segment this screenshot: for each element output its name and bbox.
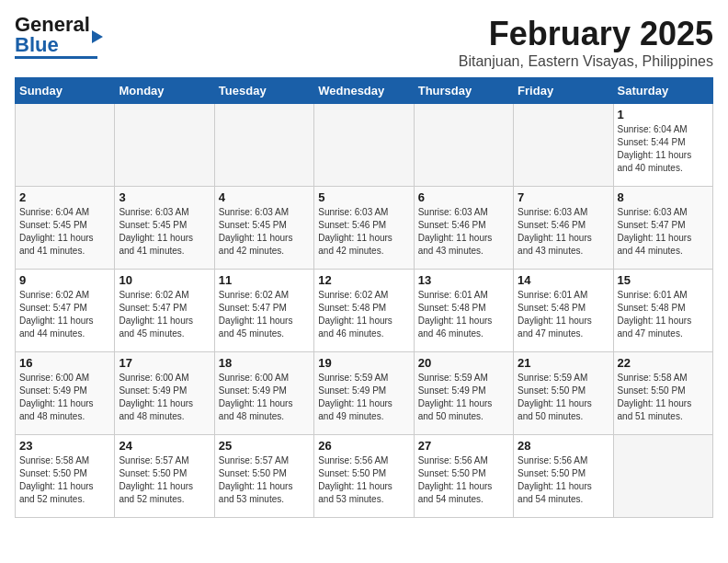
- day-number: 28: [518, 439, 609, 453]
- day-number: 8: [618, 190, 709, 204]
- day-cell: 3Sunrise: 6:03 AM Sunset: 5:45 PM Daylig…: [115, 187, 214, 270]
- day-cell: 25Sunrise: 5:57 AM Sunset: 5:50 PM Dayli…: [214, 435, 313, 518]
- day-info: Sunrise: 6:03 AM Sunset: 5:45 PM Dayligh…: [219, 206, 310, 258]
- day-number: 5: [318, 190, 409, 204]
- day-cell: [115, 104, 214, 187]
- day-cell: [514, 104, 613, 187]
- day-cell: 7Sunrise: 6:03 AM Sunset: 5:46 PM Daylig…: [514, 187, 613, 270]
- week-row-3: 9Sunrise: 6:02 AM Sunset: 5:47 PM Daylig…: [16, 270, 713, 352]
- weekday-header-wednesday: Wednesday: [314, 78, 414, 104]
- day-info: Sunrise: 6:01 AM Sunset: 5:48 PM Dayligh…: [618, 289, 709, 340]
- day-cell: 20Sunrise: 5:59 AM Sunset: 5:49 PM Dayli…: [414, 352, 513, 435]
- day-info: Sunrise: 6:00 AM Sunset: 5:49 PM Dayligh…: [19, 372, 110, 423]
- day-number: 25: [219, 439, 310, 453]
- day-number: 13: [418, 273, 509, 287]
- day-cell: [16, 104, 115, 187]
- day-number: 1: [618, 108, 709, 121]
- day-cell: 19Sunrise: 5:59 AM Sunset: 5:49 PM Dayli…: [314, 352, 414, 435]
- day-cell: 21Sunrise: 5:59 AM Sunset: 5:50 PM Dayli…: [514, 352, 613, 435]
- day-info: Sunrise: 6:04 AM Sunset: 5:45 PM Dayligh…: [19, 206, 110, 258]
- weekday-header-friday: Friday: [514, 78, 613, 104]
- day-cell: 17Sunrise: 6:00 AM Sunset: 5:49 PM Dayli…: [115, 352, 214, 435]
- day-number: 16: [19, 356, 110, 370]
- day-info: Sunrise: 5:59 AM Sunset: 5:50 PM Dayligh…: [518, 372, 609, 423]
- day-info: Sunrise: 6:02 AM Sunset: 5:47 PM Dayligh…: [119, 289, 210, 340]
- day-number: 23: [19, 439, 110, 453]
- day-number: 3: [119, 190, 210, 204]
- location-subtitle: Bitanjuan, Eastern Visayas, Philippines: [459, 53, 713, 70]
- day-number: 9: [19, 273, 110, 287]
- day-cell: 14Sunrise: 6:01 AM Sunset: 5:48 PM Dayli…: [514, 270, 613, 352]
- day-info: Sunrise: 5:59 AM Sunset: 5:49 PM Dayligh…: [418, 372, 509, 423]
- day-info: Sunrise: 6:01 AM Sunset: 5:48 PM Dayligh…: [418, 289, 509, 340]
- day-cell: 10Sunrise: 6:02 AM Sunset: 5:47 PM Dayli…: [115, 270, 214, 352]
- day-number: 15: [618, 273, 709, 287]
- day-cell: 18Sunrise: 6:00 AM Sunset: 5:49 PM Dayli…: [214, 352, 313, 435]
- day-cell: 1Sunrise: 6:04 AM Sunset: 5:44 PM Daylig…: [613, 104, 712, 187]
- day-cell: [214, 104, 313, 187]
- day-info: Sunrise: 5:59 AM Sunset: 5:49 PM Dayligh…: [318, 372, 409, 423]
- day-info: Sunrise: 5:57 AM Sunset: 5:50 PM Dayligh…: [219, 454, 310, 506]
- day-cell: 28Sunrise: 5:56 AM Sunset: 5:50 PM Dayli…: [514, 435, 613, 518]
- day-info: Sunrise: 6:03 AM Sunset: 5:46 PM Dayligh…: [518, 206, 609, 258]
- page-header: General Blue February 2025 Bitanjuan, Ea…: [15, 15, 713, 70]
- day-cell: 5Sunrise: 6:03 AM Sunset: 5:46 PM Daylig…: [314, 187, 414, 270]
- day-info: Sunrise: 6:04 AM Sunset: 5:44 PM Dayligh…: [618, 123, 709, 175]
- day-info: Sunrise: 6:03 AM Sunset: 5:46 PM Dayligh…: [418, 206, 509, 258]
- day-number: 22: [618, 356, 709, 370]
- day-cell: 13Sunrise: 6:01 AM Sunset: 5:48 PM Dayli…: [414, 270, 513, 352]
- day-number: 14: [518, 273, 609, 287]
- month-title: February 2025: [459, 15, 713, 53]
- day-info: Sunrise: 6:03 AM Sunset: 5:46 PM Dayligh…: [318, 206, 409, 258]
- day-cell: [414, 104, 513, 187]
- weekday-header-sunday: Sunday: [16, 78, 115, 104]
- day-info: Sunrise: 5:57 AM Sunset: 5:50 PM Dayligh…: [119, 454, 210, 506]
- day-cell: 24Sunrise: 5:57 AM Sunset: 5:50 PM Dayli…: [115, 435, 214, 518]
- day-cell: 4Sunrise: 6:03 AM Sunset: 5:45 PM Daylig…: [214, 187, 313, 270]
- week-row-4: 16Sunrise: 6:00 AM Sunset: 5:49 PM Dayli…: [16, 352, 713, 435]
- day-cell: 23Sunrise: 5:58 AM Sunset: 5:50 PM Dayli…: [16, 435, 115, 518]
- day-info: Sunrise: 6:02 AM Sunset: 5:47 PM Dayligh…: [219, 289, 310, 340]
- day-number: 10: [119, 273, 210, 287]
- day-number: 7: [518, 190, 609, 204]
- day-number: 17: [119, 356, 210, 370]
- day-info: Sunrise: 6:01 AM Sunset: 5:48 PM Dayligh…: [518, 289, 609, 340]
- day-cell: 11Sunrise: 6:02 AM Sunset: 5:47 PM Dayli…: [214, 270, 313, 352]
- day-number: 11: [219, 273, 310, 287]
- day-cell: 2Sunrise: 6:04 AM Sunset: 5:45 PM Daylig…: [16, 187, 115, 270]
- week-row-1: 1Sunrise: 6:04 AM Sunset: 5:44 PM Daylig…: [16, 104, 713, 187]
- day-number: 26: [318, 439, 409, 453]
- day-info: Sunrise: 5:56 AM Sunset: 5:50 PM Dayligh…: [318, 454, 409, 506]
- calendar-table: SundayMondayTuesdayWednesdayThursdayFrid…: [15, 77, 713, 518]
- day-info: Sunrise: 6:02 AM Sunset: 5:47 PM Dayligh…: [19, 289, 110, 340]
- day-number: 19: [318, 356, 409, 370]
- day-number: 2: [19, 190, 110, 204]
- weekday-header-tuesday: Tuesday: [214, 78, 313, 104]
- weekday-header-monday: Monday: [115, 78, 214, 104]
- day-info: Sunrise: 6:00 AM Sunset: 5:49 PM Dayligh…: [119, 372, 210, 423]
- day-info: Sunrise: 5:58 AM Sunset: 5:50 PM Dayligh…: [19, 454, 110, 506]
- day-info: Sunrise: 6:02 AM Sunset: 5:48 PM Dayligh…: [318, 289, 409, 340]
- title-block: February 2025 Bitanjuan, Eastern Visayas…: [459, 15, 713, 70]
- weekday-header-saturday: Saturday: [613, 78, 712, 104]
- day-cell: 22Sunrise: 5:58 AM Sunset: 5:50 PM Dayli…: [613, 352, 712, 435]
- day-cell: 9Sunrise: 6:02 AM Sunset: 5:47 PM Daylig…: [16, 270, 115, 352]
- day-cell: [314, 104, 414, 187]
- day-info: Sunrise: 6:00 AM Sunset: 5:49 PM Dayligh…: [219, 372, 310, 423]
- day-number: 27: [418, 439, 509, 453]
- day-cell: 16Sunrise: 6:00 AM Sunset: 5:49 PM Dayli…: [16, 352, 115, 435]
- day-info: Sunrise: 6:03 AM Sunset: 5:47 PM Dayligh…: [618, 206, 709, 258]
- day-number: 21: [518, 356, 609, 370]
- day-cell: 15Sunrise: 6:01 AM Sunset: 5:48 PM Dayli…: [613, 270, 712, 352]
- day-number: 4: [219, 190, 310, 204]
- day-number: 18: [219, 356, 310, 370]
- day-info: Sunrise: 6:03 AM Sunset: 5:45 PM Dayligh…: [119, 206, 210, 258]
- day-cell: 8Sunrise: 6:03 AM Sunset: 5:47 PM Daylig…: [613, 187, 712, 270]
- weekday-header-thursday: Thursday: [414, 78, 513, 104]
- week-row-2: 2Sunrise: 6:04 AM Sunset: 5:45 PM Daylig…: [16, 187, 713, 270]
- day-info: Sunrise: 5:56 AM Sunset: 5:50 PM Dayligh…: [518, 454, 609, 506]
- day-number: 20: [418, 356, 509, 370]
- day-number: 12: [318, 273, 409, 287]
- day-number: 6: [418, 190, 509, 204]
- logo-text: General Blue: [15, 15, 90, 55]
